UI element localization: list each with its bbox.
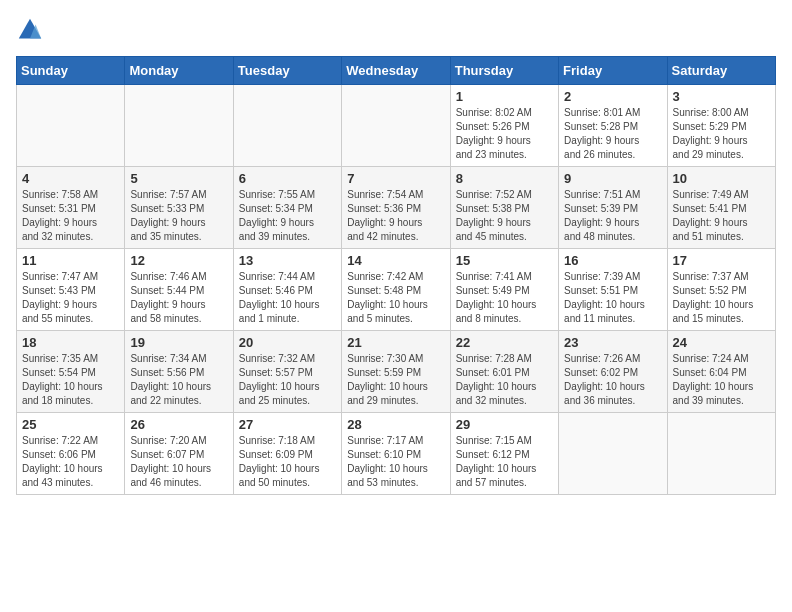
calendar-cell: 5Sunrise: 7:57 AM Sunset: 5:33 PM Daylig… (125, 167, 233, 249)
day-number: 17 (673, 253, 770, 268)
day-number: 13 (239, 253, 336, 268)
day-info: Sunrise: 7:39 AM Sunset: 5:51 PM Dayligh… (564, 270, 661, 326)
calendar-cell: 25Sunrise: 7:22 AM Sunset: 6:06 PM Dayli… (17, 413, 125, 495)
day-info: Sunrise: 7:20 AM Sunset: 6:07 PM Dayligh… (130, 434, 227, 490)
calendar-table: SundayMondayTuesdayWednesdayThursdayFrid… (16, 56, 776, 495)
day-info: Sunrise: 7:35 AM Sunset: 5:54 PM Dayligh… (22, 352, 119, 408)
day-info: Sunrise: 8:02 AM Sunset: 5:26 PM Dayligh… (456, 106, 553, 162)
day-number: 8 (456, 171, 553, 186)
day-info: Sunrise: 7:17 AM Sunset: 6:10 PM Dayligh… (347, 434, 444, 490)
calendar-cell: 23Sunrise: 7:26 AM Sunset: 6:02 PM Dayli… (559, 331, 667, 413)
day-number: 9 (564, 171, 661, 186)
calendar-cell: 20Sunrise: 7:32 AM Sunset: 5:57 PM Dayli… (233, 331, 341, 413)
day-number: 11 (22, 253, 119, 268)
days-of-week-row: SundayMondayTuesdayWednesdayThursdayFrid… (17, 57, 776, 85)
day-number: 22 (456, 335, 553, 350)
day-number: 29 (456, 417, 553, 432)
calendar-cell (342, 85, 450, 167)
calendar-cell: 13Sunrise: 7:44 AM Sunset: 5:46 PM Dayli… (233, 249, 341, 331)
day-number: 24 (673, 335, 770, 350)
page-header (16, 16, 776, 44)
day-info: Sunrise: 7:15 AM Sunset: 6:12 PM Dayligh… (456, 434, 553, 490)
day-info: Sunrise: 7:57 AM Sunset: 5:33 PM Dayligh… (130, 188, 227, 244)
day-info: Sunrise: 7:24 AM Sunset: 6:04 PM Dayligh… (673, 352, 770, 408)
calendar-cell: 8Sunrise: 7:52 AM Sunset: 5:38 PM Daylig… (450, 167, 558, 249)
day-number: 19 (130, 335, 227, 350)
day-info: Sunrise: 7:44 AM Sunset: 5:46 PM Dayligh… (239, 270, 336, 326)
calendar-cell (559, 413, 667, 495)
day-info: Sunrise: 7:34 AM Sunset: 5:56 PM Dayligh… (130, 352, 227, 408)
day-number: 26 (130, 417, 227, 432)
calendar-cell: 26Sunrise: 7:20 AM Sunset: 6:07 PM Dayli… (125, 413, 233, 495)
day-info: Sunrise: 7:47 AM Sunset: 5:43 PM Dayligh… (22, 270, 119, 326)
day-number: 10 (673, 171, 770, 186)
calendar-cell (667, 413, 775, 495)
calendar-cell: 21Sunrise: 7:30 AM Sunset: 5:59 PM Dayli… (342, 331, 450, 413)
day-info: Sunrise: 7:32 AM Sunset: 5:57 PM Dayligh… (239, 352, 336, 408)
day-info: Sunrise: 7:28 AM Sunset: 6:01 PM Dayligh… (456, 352, 553, 408)
calendar-cell: 29Sunrise: 7:15 AM Sunset: 6:12 PM Dayli… (450, 413, 558, 495)
day-number: 25 (22, 417, 119, 432)
day-number: 5 (130, 171, 227, 186)
week-row-4: 18Sunrise: 7:35 AM Sunset: 5:54 PM Dayli… (17, 331, 776, 413)
day-info: Sunrise: 7:30 AM Sunset: 5:59 PM Dayligh… (347, 352, 444, 408)
calendar-cell: 4Sunrise: 7:58 AM Sunset: 5:31 PM Daylig… (17, 167, 125, 249)
day-info: Sunrise: 7:41 AM Sunset: 5:49 PM Dayligh… (456, 270, 553, 326)
day-number: 21 (347, 335, 444, 350)
calendar-cell: 1Sunrise: 8:02 AM Sunset: 5:26 PM Daylig… (450, 85, 558, 167)
header-monday: Monday (125, 57, 233, 85)
header-friday: Friday (559, 57, 667, 85)
calendar-cell: 2Sunrise: 8:01 AM Sunset: 5:28 PM Daylig… (559, 85, 667, 167)
day-number: 15 (456, 253, 553, 268)
week-row-5: 25Sunrise: 7:22 AM Sunset: 6:06 PM Dayli… (17, 413, 776, 495)
calendar-cell: 28Sunrise: 7:17 AM Sunset: 6:10 PM Dayli… (342, 413, 450, 495)
day-info: Sunrise: 7:51 AM Sunset: 5:39 PM Dayligh… (564, 188, 661, 244)
calendar-header: SundayMondayTuesdayWednesdayThursdayFrid… (17, 57, 776, 85)
day-number: 18 (22, 335, 119, 350)
week-row-2: 4Sunrise: 7:58 AM Sunset: 5:31 PM Daylig… (17, 167, 776, 249)
calendar-cell: 24Sunrise: 7:24 AM Sunset: 6:04 PM Dayli… (667, 331, 775, 413)
day-info: Sunrise: 7:55 AM Sunset: 5:34 PM Dayligh… (239, 188, 336, 244)
calendar-cell: 19Sunrise: 7:34 AM Sunset: 5:56 PM Dayli… (125, 331, 233, 413)
calendar-cell: 11Sunrise: 7:47 AM Sunset: 5:43 PM Dayli… (17, 249, 125, 331)
calendar-cell (125, 85, 233, 167)
calendar-cell: 12Sunrise: 7:46 AM Sunset: 5:44 PM Dayli… (125, 249, 233, 331)
day-info: Sunrise: 7:46 AM Sunset: 5:44 PM Dayligh… (130, 270, 227, 326)
header-wednesday: Wednesday (342, 57, 450, 85)
day-info: Sunrise: 7:52 AM Sunset: 5:38 PM Dayligh… (456, 188, 553, 244)
logo (16, 16, 48, 44)
calendar-cell: 7Sunrise: 7:54 AM Sunset: 5:36 PM Daylig… (342, 167, 450, 249)
day-number: 23 (564, 335, 661, 350)
calendar-cell: 3Sunrise: 8:00 AM Sunset: 5:29 PM Daylig… (667, 85, 775, 167)
week-row-3: 11Sunrise: 7:47 AM Sunset: 5:43 PM Dayli… (17, 249, 776, 331)
header-sunday: Sunday (17, 57, 125, 85)
calendar-cell: 14Sunrise: 7:42 AM Sunset: 5:48 PM Dayli… (342, 249, 450, 331)
day-info: Sunrise: 7:22 AM Sunset: 6:06 PM Dayligh… (22, 434, 119, 490)
header-thursday: Thursday (450, 57, 558, 85)
day-info: Sunrise: 7:42 AM Sunset: 5:48 PM Dayligh… (347, 270, 444, 326)
day-number: 20 (239, 335, 336, 350)
day-number: 2 (564, 89, 661, 104)
calendar-cell: 16Sunrise: 7:39 AM Sunset: 5:51 PM Dayli… (559, 249, 667, 331)
day-info: Sunrise: 7:26 AM Sunset: 6:02 PM Dayligh… (564, 352, 661, 408)
day-info: Sunrise: 7:54 AM Sunset: 5:36 PM Dayligh… (347, 188, 444, 244)
calendar-body: 1Sunrise: 8:02 AM Sunset: 5:26 PM Daylig… (17, 85, 776, 495)
calendar-cell: 17Sunrise: 7:37 AM Sunset: 5:52 PM Dayli… (667, 249, 775, 331)
day-info: Sunrise: 7:49 AM Sunset: 5:41 PM Dayligh… (673, 188, 770, 244)
header-saturday: Saturday (667, 57, 775, 85)
calendar-cell: 10Sunrise: 7:49 AM Sunset: 5:41 PM Dayli… (667, 167, 775, 249)
day-number: 1 (456, 89, 553, 104)
calendar-cell: 9Sunrise: 7:51 AM Sunset: 5:39 PM Daylig… (559, 167, 667, 249)
day-info: Sunrise: 8:01 AM Sunset: 5:28 PM Dayligh… (564, 106, 661, 162)
logo-icon (16, 16, 44, 44)
calendar-cell: 27Sunrise: 7:18 AM Sunset: 6:09 PM Dayli… (233, 413, 341, 495)
calendar-cell: 15Sunrise: 7:41 AM Sunset: 5:49 PM Dayli… (450, 249, 558, 331)
calendar-cell (233, 85, 341, 167)
header-tuesday: Tuesday (233, 57, 341, 85)
day-number: 27 (239, 417, 336, 432)
week-row-1: 1Sunrise: 8:02 AM Sunset: 5:26 PM Daylig… (17, 85, 776, 167)
day-info: Sunrise: 7:37 AM Sunset: 5:52 PM Dayligh… (673, 270, 770, 326)
calendar-cell: 18Sunrise: 7:35 AM Sunset: 5:54 PM Dayli… (17, 331, 125, 413)
calendar-cell: 22Sunrise: 7:28 AM Sunset: 6:01 PM Dayli… (450, 331, 558, 413)
day-number: 14 (347, 253, 444, 268)
